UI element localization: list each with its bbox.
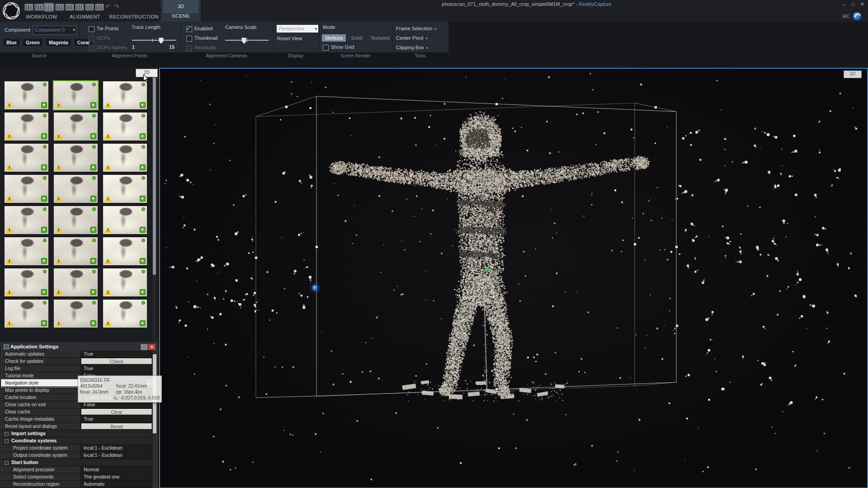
camera-scale-slider[interactable]	[225, 40, 269, 41]
photo-thumbnail[interactable]: !	[54, 144, 98, 172]
photo-thumbnail[interactable]: !	[103, 300, 147, 328]
minimize-button[interactable]: –	[840, 1, 848, 7]
tab-alignment[interactable]: ALIGNMENT	[61, 13, 108, 21]
enabled-checkbox[interactable]	[186, 26, 192, 32]
settings-dock-button[interactable]: □	[141, 344, 148, 350]
settings-row[interactable]: Project coordinate systemlocal:1 - Eucli…	[1, 445, 152, 452]
photo-thumbnail[interactable]: !	[54, 206, 98, 234]
photo-thumbnail[interactable]: !	[5, 268, 48, 296]
photo-thumbnail[interactable]: !	[103, 268, 147, 296]
photo-thumbnail[interactable]: !	[5, 175, 48, 203]
settings-row[interactable]: Alignment precisionNormal	[1, 466, 152, 474]
layout-preset-5-icon[interactable]	[65, 4, 74, 11]
redo-icon[interactable]: ↷	[114, 3, 119, 10]
expand-box-icon[interactable]	[5, 439, 9, 443]
component-select[interactable]: Component 0 ▾	[33, 26, 77, 35]
frame-selection-menu[interactable]: Frame Selection▾	[396, 26, 437, 31]
layout-preset-8-icon[interactable]	[95, 4, 104, 11]
photo-thumbnail[interactable]: !	[103, 175, 147, 203]
selected-box-vertex[interactable]	[312, 285, 318, 291]
component-color-magenta[interactable]: Magenta	[46, 39, 71, 46]
chevron-down-icon[interactable]: ▾	[73, 26, 75, 34]
settings-row[interactable]: Start button	[1, 459, 152, 466]
photo-thumbnail[interactable]: !	[5, 206, 48, 234]
settings-row[interactable]: Output coordinate systemlocal:1 - Euclid…	[1, 452, 152, 459]
component-color-green[interactable]: Green	[23, 39, 42, 46]
mode-textured-button[interactable]: Textured	[368, 34, 393, 42]
projection-select[interactable]: Perspective ▾	[277, 25, 318, 33]
expand-box-icon[interactable]	[5, 461, 9, 465]
photo-thumbnail[interactable]: !	[103, 113, 147, 141]
settings-close-button[interactable]: ✕	[148, 344, 156, 350]
settings-row[interactable]: Check for updatesCheck	[1, 358, 152, 365]
settings-row[interactable]: Reconstruction regionAutomatic	[1, 481, 152, 488]
application-settings-panel: Application Settings □ ✕ Automatic updat…	[1, 343, 157, 488]
setting-action-button[interactable]: Reset	[81, 423, 152, 429]
layout-preset-2-icon[interactable]	[34, 4, 43, 11]
setting-action-button[interactable]: Clear	[81, 409, 152, 415]
photo-thumbnail[interactable]: !	[103, 81, 147, 109]
settings-row[interactable]: Select componentsThe greatest one	[1, 474, 152, 481]
overflow-icon[interactable]: ‥	[147, 2, 151, 8]
settings-row[interactable]: Automatic updatesTrue	[1, 351, 152, 358]
settings-scrollbar[interactable]	[152, 351, 157, 488]
settings-row[interactable]: Reset layout and dialogsReset	[1, 423, 152, 430]
settings-row[interactable]: Clear cacheClear	[1, 408, 152, 416]
tab-scene-active[interactable]: 3D SCENE	[161, 0, 201, 22]
photo-thumbnail[interactable]: !	[54, 268, 98, 296]
mode-solid-button[interactable]: Solid	[348, 34, 365, 42]
3d-viewport[interactable]: 3D	[159, 68, 868, 488]
show-grid-checkbox[interactable]	[323, 45, 329, 51]
maximize-button[interactable]: □	[849, 1, 857, 7]
gcps-checkbox[interactable]	[89, 36, 94, 42]
tab-workflow[interactable]: WORKFLOW	[18, 13, 65, 21]
expand-box-icon[interactable]	[5, 432, 9, 436]
layout-preset-4-icon[interactable]	[55, 4, 64, 11]
layout-preset-6-icon[interactable]	[75, 4, 84, 11]
chevron-down-icon[interactable]: ▾	[315, 25, 317, 33]
photo-thumbnail[interactable]: !	[5, 113, 48, 141]
photos-scrollbar[interactable]	[152, 69, 156, 342]
residuals-checkbox[interactable]	[186, 45, 192, 51]
layout-preset-7-icon[interactable]	[85, 4, 94, 11]
photo-thumbnail[interactable]: !	[5, 81, 48, 109]
setting-action-button[interactable]: Check	[81, 358, 152, 364]
thumbnail-checkbox[interactable]	[186, 36, 192, 42]
camera-scale-slider-handle[interactable]	[241, 38, 246, 44]
track-length-slider-handle[interactable]	[159, 38, 164, 44]
photo-thumbnail[interactable]: !	[54, 175, 98, 203]
scene-3d-toggle[interactable]: 3D	[164, 0, 198, 13]
photo-thumbnail[interactable]: !	[103, 144, 147, 172]
photo-thumbnail[interactable]: !	[5, 144, 48, 172]
settings-row[interactable]: Import settings	[1, 430, 152, 437]
settings-row[interactable]: Log fileTrue	[1, 365, 152, 372]
point-cloud-canvas[interactable]	[160, 69, 867, 488]
reset-view-button[interactable]: Reset View	[277, 36, 302, 41]
settings-title-bar[interactable]: Application Settings □ ✕	[1, 343, 157, 351]
settings-row[interactable]: Coordinate systems	[1, 437, 152, 445]
gcps-names-checkbox[interactable]	[89, 45, 94, 51]
track-length-slider[interactable]	[132, 40, 176, 41]
component-color-blue[interactable]: Blue	[4, 39, 19, 46]
photo-thumbnail[interactable]: !	[103, 206, 147, 234]
mode-vertices-button[interactable]: Vertices	[322, 34, 346, 42]
photo-thumbnail[interactable]: !	[54, 81, 98, 109]
photo-thumbnail[interactable]: !	[103, 237, 147, 265]
clipping-box-menu[interactable]: Clipping Box▾	[396, 45, 428, 50]
settings-row[interactable]: Cache image metadataTrue	[1, 416, 152, 423]
viewport-3d-badge[interactable]: 3D	[844, 70, 862, 78]
photo-thumbnail[interactable]: !	[54, 300, 98, 328]
tie-points-checkbox[interactable]	[89, 26, 94, 32]
photo-thumbnail[interactable]: !	[5, 300, 48, 328]
photo-thumbnail[interactable]: !	[54, 237, 98, 265]
center-pivot-menu[interactable]: Center Pivot▾	[396, 35, 428, 41]
layout-preset-1-icon[interactable]	[24, 4, 33, 11]
photo-thumbnail[interactable]: !	[5, 237, 48, 265]
help-icon[interactable]	[853, 12, 862, 21]
photos-scrollbar-thumb[interactable]	[153, 71, 156, 275]
photo-thumbnail[interactable]: !	[54, 113, 98, 141]
layout-preset-3-icon[interactable]	[44, 4, 53, 11]
undo-icon[interactable]: ↶	[105, 3, 110, 10]
tab-reconstruction[interactable]: RECONSTRUCTION	[107, 13, 161, 21]
close-button[interactable]: ✕	[858, 1, 866, 7]
